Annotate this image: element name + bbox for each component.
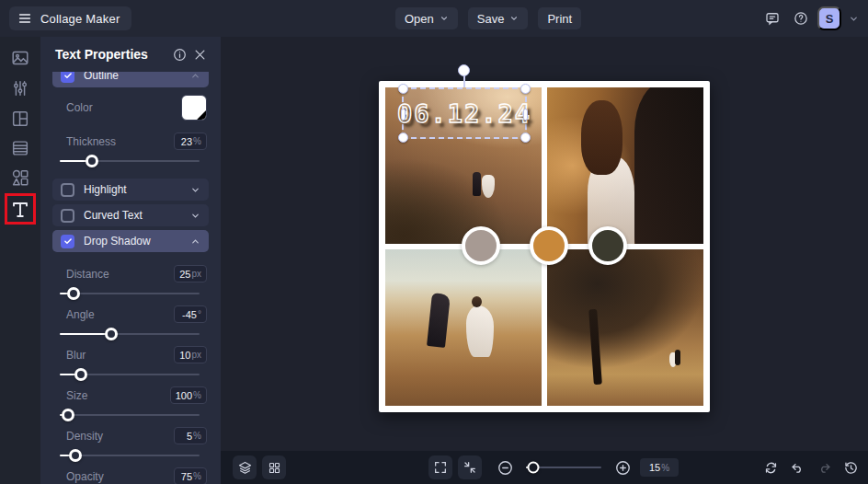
sidebar-item-layouts[interactable] (9, 108, 31, 130)
photo-top-right[interactable] (547, 87, 703, 244)
close-icon (193, 48, 207, 62)
slider-knob[interactable] (67, 287, 80, 300)
text-icon (9, 199, 31, 221)
resize-handle-e[interactable] (523, 109, 528, 121)
refresh-button[interactable] (759, 455, 782, 479)
collage-canvas[interactable]: 06.12.24 (379, 81, 710, 412)
sidebar-item-graphics[interactable] (9, 167, 31, 189)
slider-knob[interactable] (105, 328, 118, 340)
palette-dot-1[interactable] (462, 226, 500, 265)
grid-view-button[interactable] (262, 455, 286, 479)
size-slider[interactable] (60, 406, 200, 424)
print-button[interactable]: Print (538, 7, 581, 29)
help-button[interactable] (789, 6, 813, 30)
history-icon (843, 460, 859, 476)
zoom-slider[interactable] (526, 458, 601, 477)
outline-color-swatch[interactable] (181, 95, 207, 121)
palette-dot-3[interactable] (588, 226, 627, 265)
zoom-value-box[interactable]: 15% (640, 458, 679, 477)
refresh-icon (763, 460, 779, 476)
thickness-value-box[interactable]: 23% (174, 133, 207, 150)
blur-label: Blur (66, 349, 86, 362)
save-button[interactable]: Save (468, 7, 529, 29)
zoom-in-button[interactable] (611, 455, 634, 479)
chevron-down-icon (190, 211, 200, 221)
outline-checkbox[interactable] (61, 72, 74, 83)
distance-control: Distance 25px (52, 265, 209, 303)
resize-handle-w[interactable] (401, 109, 405, 121)
account-area: S (760, 6, 861, 30)
slider-knob[interactable] (86, 155, 98, 167)
sidebar-item-photos[interactable] (9, 47, 31, 69)
photo-bottom-right[interactable] (547, 249, 703, 406)
highlight-checkbox[interactable] (61, 183, 74, 197)
photo-figure (581, 100, 622, 176)
density-slider[interactable] (60, 446, 200, 465)
section-highlight[interactable]: Highlight (52, 179, 209, 201)
section-label: Highlight (84, 183, 181, 196)
close-panel-button[interactable] (189, 44, 210, 64)
history-button[interactable] (839, 455, 862, 479)
size-value-box[interactable]: 100% (170, 386, 207, 404)
undo-button[interactable] (785, 455, 809, 479)
chevron-down-icon (849, 14, 859, 24)
info-icon (172, 47, 188, 63)
distance-slider[interactable] (60, 284, 200, 303)
text-selection-box[interactable]: 06.12.24 (402, 87, 527, 139)
layout-icon (10, 109, 30, 129)
photo-bottom-left[interactable] (385, 249, 542, 406)
sidebar-item-edit[interactable] (9, 77, 31, 99)
blur-slider[interactable] (60, 365, 200, 384)
palette-dot-2[interactable] (530, 226, 568, 265)
bottom-toolbar: 15% (221, 451, 868, 484)
open-button[interactable]: Open (395, 7, 458, 29)
fullscreen-button[interactable] (428, 455, 452, 479)
slider-knob[interactable] (62, 409, 74, 421)
panel-scroll-area[interactable]: Outline Color Thickness 23% (40, 72, 221, 484)
feedback-button[interactable] (760, 6, 784, 30)
section-label: Outline (84, 72, 181, 82)
canvas-text[interactable]: 06.12.24 (397, 99, 531, 128)
sidebar-item-patterns[interactable] (9, 137, 31, 159)
resize-handle-se[interactable] (520, 133, 531, 143)
section-curved-text[interactable]: Curved Text (52, 204, 209, 226)
redo-icon (817, 460, 832, 476)
layers-button[interactable] (233, 455, 257, 479)
resize-handle-ne[interactable] (520, 84, 531, 94)
hamburger-icon (17, 11, 32, 26)
fit-screen-icon (463, 460, 477, 475)
slider-knob[interactable] (69, 449, 82, 462)
section-outline[interactable]: Outline (52, 72, 209, 87)
outline-color-row: Color (52, 95, 209, 121)
zoom-slider-knob[interactable] (528, 462, 540, 474)
undo-icon (790, 460, 805, 476)
sidebar-item-text[interactable] (7, 199, 33, 221)
section-label: Curved Text (84, 209, 181, 222)
rotation-handle[interactable] (458, 64, 470, 76)
info-button[interactable] (169, 44, 189, 64)
angle-value-box[interactable]: -45° (174, 305, 207, 323)
thickness-slider[interactable] (60, 152, 200, 170)
opacity-value-box[interactable]: 75% (174, 467, 207, 484)
resize-handle-nw[interactable] (398, 84, 408, 94)
fit-screen-button[interactable] (458, 455, 482, 479)
size-label: Size (66, 389, 87, 402)
slider-knob[interactable] (74, 368, 87, 381)
workspace[interactable]: 06.12.24 (221, 37, 868, 484)
density-value-box[interactable]: 5% (174, 427, 207, 444)
curved-text-checkbox[interactable] (61, 209, 74, 223)
distance-value-box[interactable]: 25px (174, 265, 207, 282)
avatar[interactable]: S (817, 6, 841, 30)
app-menu[interactable]: Collage Maker (9, 6, 131, 30)
panel-title: Text Properties (55, 47, 169, 62)
zoom-out-button[interactable] (493, 455, 517, 479)
resize-handle-sw[interactable] (398, 133, 408, 143)
redo-button[interactable] (812, 455, 836, 479)
angle-slider[interactable] (60, 325, 200, 343)
drop-shadow-checkbox[interactable] (61, 235, 74, 248)
distance-label: Distance (66, 268, 109, 281)
section-drop-shadow[interactable]: Drop Shadow (52, 230, 209, 252)
pattern-icon (10, 138, 30, 158)
account-menu-button[interactable] (846, 6, 861, 30)
blur-value-box[interactable]: 10px (174, 346, 207, 363)
